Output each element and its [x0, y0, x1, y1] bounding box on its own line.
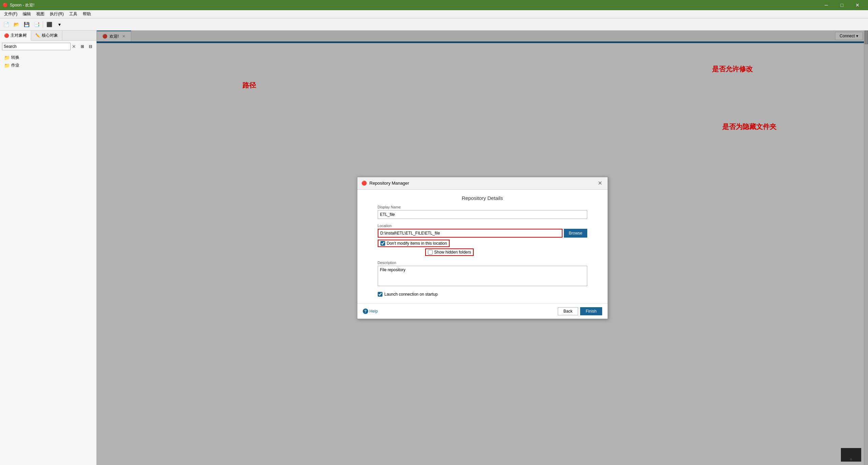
folder-icon: 📁 [4, 55, 10, 60]
annotation-hidden-area: 是否为隐藏文件夹 [722, 122, 776, 131]
main-objects-icon: 🔴 [4, 33, 9, 38]
annotation-modify-area: 是否允许修改 [712, 64, 753, 74]
modal-body: Display Name Location Browse [357, 205, 608, 303]
toolbar-dropdown[interactable]: ▾ [55, 20, 64, 29]
location-row: Browse [378, 229, 587, 238]
toolbar-save[interactable]: 💾 [22, 20, 31, 29]
menu-help[interactable]: 帮助 [80, 11, 94, 18]
toolbar: 📄 📂 💾 📑 ⬛ ▾ [0, 18, 868, 31]
main-objects-label: 主对象树 [11, 33, 27, 38]
dont-modify-checkbox-container: Don't modify items in this location [378, 240, 450, 247]
toolbar-open[interactable]: 📂 [12, 20, 21, 29]
modal-footer: ? Help Back Finish [357, 303, 608, 319]
core-objects-icon: ✏️ [35, 33, 40, 38]
description-label: Description [378, 261, 587, 265]
display-name-label: Display Name [378, 205, 587, 209]
description-textarea[interactable]: File repository [378, 266, 587, 286]
modal-header: 🔴 Repository Manager ✕ [357, 177, 608, 190]
left-tabs: 🔴 主对象树 ✏️ 核心对象 [0, 31, 96, 41]
content-area: 🔴 欢迎! ✕ Connect ▾ 路径 [97, 31, 868, 465]
show-hidden-label: Show hidden folders [434, 250, 471, 255]
location-label: Location [378, 224, 587, 228]
app-icon: 🔴 [3, 3, 8, 7]
modal-icon: 🔴 [361, 181, 367, 186]
location-input[interactable] [378, 229, 563, 238]
footer-buttons: Back Finish [558, 307, 602, 315]
annotation-modify: 是否允许修改 [712, 65, 753, 73]
search-clear-icon[interactable]: ✕ [72, 44, 76, 49]
back-button[interactable]: Back [558, 307, 578, 315]
location-group: Location Browse Don't modify items in th… [378, 224, 587, 256]
close-button[interactable]: ✕ [850, 0, 865, 10]
tree-collapse-icon[interactable]: ⊟ [87, 43, 94, 50]
annotation-hidden: 是否为隐藏文件夹 [722, 123, 776, 130]
toolbar-layers[interactable]: ⬛ [44, 20, 54, 29]
toolbar-saveas[interactable]: 📑 [32, 20, 41, 29]
toolbar-sep-1 [43, 21, 43, 28]
modal-dialog-title: Repository Details [357, 190, 608, 205]
browse-button[interactable]: Browse [564, 229, 587, 238]
tree-item-job[interactable]: 📁 作业 [3, 61, 94, 69]
help-link[interactable]: ? Help [363, 309, 378, 314]
search-bar: ✕ ⊞ ⊟ [0, 41, 96, 52]
modal-title-bar: Repository Manager [370, 181, 409, 186]
startup-checkbox[interactable] [378, 292, 382, 297]
tree-item-label: 作业 [11, 62, 19, 68]
title-bar: 🔴 Spoon - 欢迎! ─ □ ✕ [0, 0, 868, 10]
menu-file[interactable]: 文件(F) [1, 11, 20, 18]
minimize-button[interactable]: ─ [818, 0, 834, 10]
app-title: Spoon - 欢迎! [10, 2, 35, 8]
folder-icon: 📁 [4, 63, 10, 68]
core-objects-label: 核心对象 [42, 33, 58, 38]
startup-label: Launch connection on startup [384, 292, 438, 297]
annotation-path: 路径 [242, 81, 256, 89]
menu-tools[interactable]: 工具 [66, 11, 80, 18]
menu-bar: 文件(F) 编辑 视图 执行(R) 工具 帮助 [0, 10, 868, 18]
tree-controls: ⊞ ⊟ [79, 43, 94, 50]
modal-overlay: 路径 是否允许修改 是否为隐藏文件夹 🔴 Repository Manager … [97, 31, 868, 465]
help-icon: ? [363, 309, 368, 314]
tree-item-transform[interactable]: 📁 转换 [3, 54, 94, 61]
finish-button[interactable]: Finish [580, 307, 602, 315]
dont-modify-label: Don't modify items in this location [387, 241, 447, 246]
description-group: Description File repository [378, 261, 587, 287]
menu-view[interactable]: 视图 [34, 11, 47, 18]
maximize-button[interactable]: □ [834, 0, 850, 10]
tree-expand-icon[interactable]: ⊞ [79, 43, 86, 50]
main-layout: 🔴 主对象树 ✏️ 核心对象 ✕ ⊞ ⊟ 📁 转换 📁 作业 [0, 31, 868, 465]
startup-row: Launch connection on startup [378, 292, 587, 297]
dont-modify-checkbox[interactable] [380, 241, 385, 246]
dont-modify-row: Don't modify items in this location [378, 240, 587, 247]
menu-edit[interactable]: 编辑 [20, 11, 34, 18]
tree-item-label: 转换 [11, 55, 19, 60]
toolbar-new[interactable]: 📄 [1, 20, 11, 29]
display-name-group: Display Name [378, 205, 587, 219]
search-input[interactable] [2, 43, 71, 50]
tree-items: 📁 转换 📁 作业 [0, 52, 96, 71]
repository-manager-dialog: 🔴 Repository Manager ✕ Repository Detail… [357, 177, 608, 319]
show-hidden-row: Show hidden folders [425, 248, 587, 256]
annotation-path-area: 路径 [242, 81, 256, 90]
tab-main-objects[interactable]: 🔴 主对象树 [0, 31, 31, 41]
show-hidden-checkbox-container: Show hidden folders [425, 248, 474, 256]
display-name-input[interactable] [378, 210, 587, 219]
modal-close-button[interactable]: ✕ [597, 180, 604, 187]
help-label: Help [370, 309, 378, 314]
menu-run[interactable]: 执行(R) [47, 11, 66, 18]
left-panel: 🔴 主对象树 ✏️ 核心对象 ✕ ⊞ ⊟ 📁 转换 📁 作业 [0, 31, 97, 465]
show-hidden-checkbox[interactable] [428, 250, 433, 255]
tab-core-objects[interactable]: ✏️ 核心对象 [31, 31, 62, 40]
